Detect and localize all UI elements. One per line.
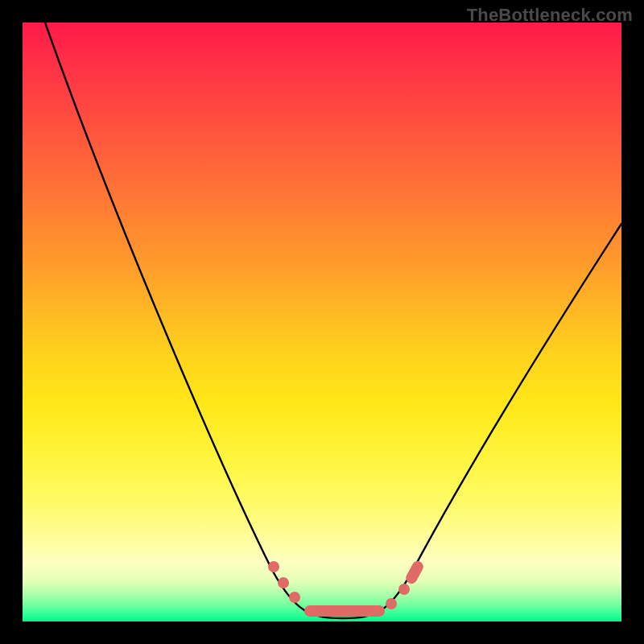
marker-dot: [268, 561, 279, 572]
curve-path: [45, 23, 621, 618]
watermark-text: TheBottleneck.com: [467, 5, 633, 26]
marker-bar: [304, 605, 385, 617]
marker-dot: [398, 584, 410, 595]
marker-dot: [278, 577, 289, 588]
marker-dot: [386, 598, 397, 609]
marker-dot: [289, 592, 300, 603]
chart-plot-area: [23, 23, 621, 621]
bottleneck-curve: [23, 23, 621, 621]
